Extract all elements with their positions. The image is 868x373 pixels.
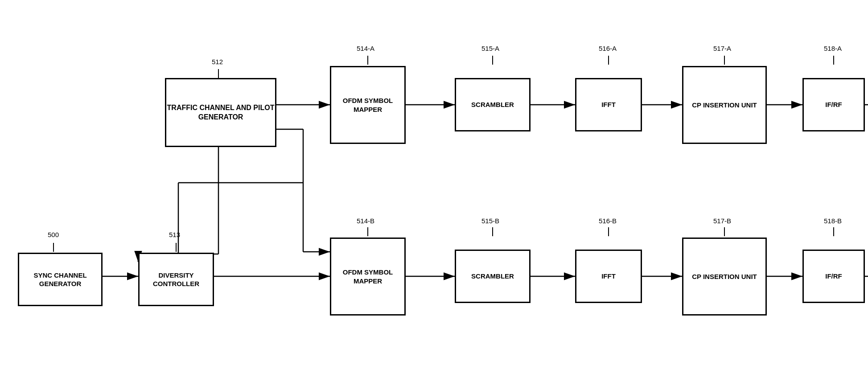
- sync-channel-block: SYNC CHANNEL GENERATOR: [18, 253, 103, 306]
- traffic-channel-block: TRAFFIC CHANNEL AND PILOT GENERATOR: [165, 78, 276, 147]
- ifrf-a-block: IF/RF: [802, 78, 865, 131]
- label-517a: 517-A: [713, 45, 731, 52]
- ifrf-b-block: IF/RF: [802, 250, 865, 303]
- scrambler-b-block: SCRAMBLER: [455, 250, 531, 303]
- block-diagram: 512 514-A 515-A 516-A 517-A 518-A 519-A …: [0, 0, 868, 373]
- cp-b-block: CP INSERTION UNIT: [682, 238, 767, 316]
- label-518a: 518-A: [824, 45, 842, 52]
- label-514a: 514-A: [357, 45, 374, 52]
- label-500: 500: [48, 231, 59, 238]
- scrambler-a-block: SCRAMBLER: [455, 78, 531, 131]
- label-514b: 514-B: [357, 217, 374, 225]
- diversity-controller-block: DIVERSITY CONTROLLER: [138, 253, 214, 306]
- label-516b: 516-B: [599, 217, 617, 225]
- label-518b: 518-B: [824, 217, 842, 225]
- label-512: 512: [212, 58, 223, 66]
- label-517b: 517-B: [713, 217, 731, 225]
- label-513: 513: [169, 231, 180, 238]
- cp-a-block: CP INSERTION UNIT: [682, 66, 767, 144]
- ifft-b-block: IFFT: [575, 250, 642, 303]
- ofdm-a-block: OFDM SYMBOL MAPPER: [330, 66, 406, 144]
- ofdm-b-block: OFDM SYMBOL MAPPER: [330, 238, 406, 316]
- label-515a: 515-A: [481, 45, 499, 52]
- ifft-a-block: IFFT: [575, 78, 642, 131]
- label-515b: 515-B: [481, 217, 499, 225]
- label-516a: 516-A: [599, 45, 617, 52]
